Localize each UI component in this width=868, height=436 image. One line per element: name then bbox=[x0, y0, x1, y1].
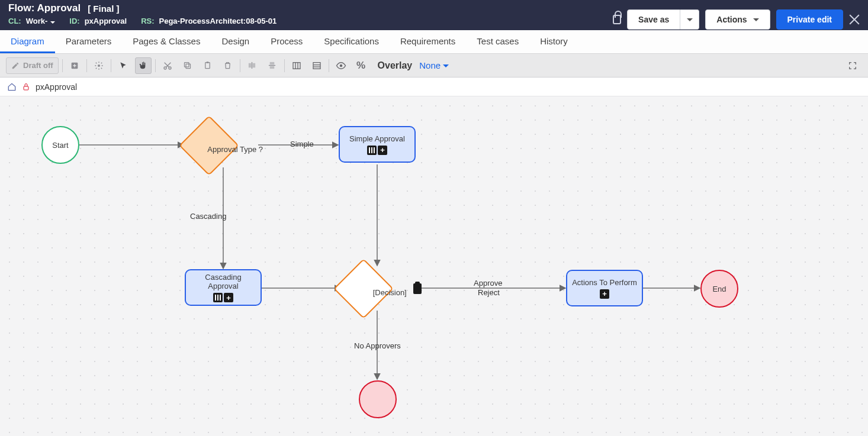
tab-process[interactable]: Process bbox=[260, 30, 313, 53]
tab-specifications[interactable]: Specifications bbox=[313, 30, 390, 53]
tab-test-cases[interactable]: Test cases bbox=[466, 30, 529, 53]
edge-simple[interactable]: Simple bbox=[290, 140, 314, 148]
tab-history[interactable]: History bbox=[529, 30, 578, 53]
actions-button[interactable]: Actions bbox=[705, 9, 770, 30]
cl-value[interactable]: Work- bbox=[26, 17, 56, 25]
svg-rect-11 bbox=[270, 62, 275, 64]
align-h-button[interactable] bbox=[244, 57, 261, 74]
cascading-label-2: Approval bbox=[208, 282, 238, 290]
overlay-value[interactable]: None bbox=[419, 60, 449, 70]
fullscreen-button[interactable] bbox=[844, 57, 861, 74]
clipboard-icon bbox=[413, 283, 422, 294]
node-simple-approval[interactable]: Simple Approval + bbox=[339, 126, 416, 163]
end-label: End bbox=[712, 285, 726, 293]
settings-button[interactable] bbox=[91, 57, 107, 74]
copy-button[interactable] bbox=[179, 57, 196, 74]
svg-rect-21 bbox=[24, 86, 28, 90]
preview-button[interactable] bbox=[333, 57, 349, 74]
svg-rect-6 bbox=[205, 63, 210, 69]
draft-label: Draft off bbox=[23, 61, 53, 70]
node-end[interactable]: End bbox=[700, 270, 738, 308]
cascading-label-1: Cascading bbox=[205, 273, 241, 282]
id-value: pxApproval bbox=[85, 17, 127, 25]
flow-prefix: Flow: bbox=[8, 2, 34, 14]
align-v-button[interactable] bbox=[264, 57, 281, 74]
pan-tool[interactable] bbox=[135, 57, 152, 74]
grid-cols-button[interactable] bbox=[288, 57, 305, 74]
draft-toggle[interactable]: Draft off bbox=[6, 57, 59, 74]
add-shape-button[interactable] bbox=[66, 57, 83, 74]
expand-icon: + bbox=[224, 293, 233, 302]
grid-rows-button[interactable] bbox=[308, 57, 325, 74]
lock-small-icon bbox=[22, 83, 30, 91]
node-start[interactable]: Start bbox=[41, 126, 79, 164]
expand-icon: + bbox=[600, 289, 609, 299]
tab-diagram[interactable]: Diagram bbox=[0, 30, 55, 53]
tab-pages-classes[interactable]: Pages & Classes bbox=[122, 30, 211, 53]
percent-button[interactable]: % bbox=[353, 57, 369, 74]
node-decision[interactable]: [Decision] bbox=[342, 267, 385, 310]
approval-type-label: Approval Type ? bbox=[194, 145, 277, 154]
close-icon[interactable] bbox=[849, 14, 860, 25]
save-as-split[interactable]: Save as bbox=[627, 9, 699, 30]
connectors bbox=[0, 96, 868, 436]
diagram-canvas[interactable]: Start Approval Type ? Simple Approval + … bbox=[0, 96, 868, 436]
pointer-tool[interactable] bbox=[115, 57, 131, 74]
parallel-icon bbox=[213, 293, 223, 302]
svg-point-1 bbox=[98, 64, 100, 67]
cl-label: CL: bbox=[8, 17, 21, 25]
node-end-no-approvers[interactable] bbox=[359, 380, 397, 418]
rule-header: Flow: Approval [ Final ] CL: Work- ID: p… bbox=[0, 0, 868, 30]
tab-parameters[interactable]: Parameters bbox=[55, 30, 123, 53]
delete-button[interactable] bbox=[220, 57, 236, 74]
lock-icon bbox=[613, 15, 621, 24]
simple-approval-label: Simple Approval bbox=[349, 134, 405, 143]
save-as-caret[interactable] bbox=[680, 9, 699, 30]
paste-button[interactable] bbox=[200, 57, 216, 74]
parallel-icon bbox=[367, 146, 377, 155]
edge-approve[interactable]: Approve bbox=[474, 279, 502, 288]
tab-design[interactable]: Design bbox=[211, 30, 260, 53]
rs-value: Pega-ProcessArchitect:08-05-01 bbox=[159, 17, 277, 25]
tab-requirements[interactable]: Requirements bbox=[390, 30, 466, 53]
edge-no-approvers[interactable]: No Approvers bbox=[354, 341, 401, 350]
diagram-toolbar: Draft off % Overlay None bbox=[0, 54, 868, 77]
node-cascading-approval[interactable]: Cascading Approval + bbox=[185, 269, 262, 306]
svg-rect-12 bbox=[270, 66, 275, 69]
cut-button[interactable] bbox=[159, 57, 176, 74]
svg-rect-17 bbox=[313, 62, 320, 69]
svg-rect-9 bbox=[253, 63, 255, 68]
rs-label: RS: bbox=[141, 17, 154, 25]
breadcrumb: pxApproval bbox=[0, 77, 868, 96]
final-tag: [ Final ] bbox=[88, 4, 119, 14]
svg-rect-5 bbox=[185, 63, 189, 67]
actions-label: Actions bbox=[716, 15, 747, 24]
flow-name: Approval bbox=[37, 2, 81, 14]
id-label: ID: bbox=[69, 17, 79, 25]
home-icon[interactable] bbox=[7, 83, 17, 91]
node-approval-type[interactable]: Approval Type ? bbox=[188, 124, 230, 167]
svg-rect-8 bbox=[249, 63, 251, 68]
svg-rect-14 bbox=[293, 62, 300, 69]
start-label: Start bbox=[52, 141, 68, 150]
svg-rect-7 bbox=[207, 62, 209, 63]
overlay-label: Overlay bbox=[378, 60, 413, 71]
rule-tabs: Diagram Parameters Pages & Classes Desig… bbox=[0, 30, 868, 54]
save-as-button[interactable]: Save as bbox=[627, 9, 680, 30]
breadcrumb-name[interactable]: pxApproval bbox=[36, 82, 77, 92]
private-edit-button[interactable]: Private edit bbox=[776, 9, 843, 30]
svg-rect-4 bbox=[186, 64, 191, 69]
percent-icon: % bbox=[356, 60, 365, 72]
svg-point-20 bbox=[339, 64, 342, 67]
pencil-icon bbox=[11, 62, 20, 70]
actions-perform-label: Actions To Perform bbox=[572, 278, 637, 287]
edge-reject[interactable]: Reject bbox=[478, 288, 500, 297]
expand-icon: + bbox=[378, 146, 387, 155]
edge-cascading[interactable]: Cascading bbox=[190, 212, 226, 221]
node-actions-to-perform[interactable]: Actions To Perform + bbox=[566, 270, 643, 306]
